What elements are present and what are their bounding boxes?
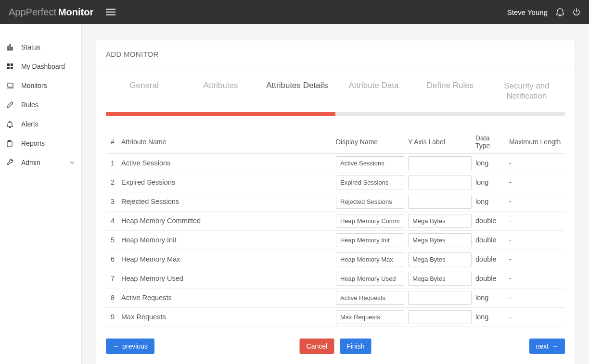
tab-attribute-data[interactable]: Attribute Data xyxy=(335,77,412,112)
y-axis-input[interactable] xyxy=(408,176,472,189)
finish-button[interactable]: Finish xyxy=(340,339,371,354)
grid-icon xyxy=(7,63,17,70)
th-y-axis: Y Axis Label xyxy=(406,130,474,154)
display-name-input[interactable] xyxy=(336,291,404,305)
cell-num: 6 xyxy=(106,250,119,269)
table-row: 8Active Requestslong- xyxy=(106,288,565,307)
th-num: # xyxy=(106,130,119,154)
table-row: 6Heap Memory Maxdouble- xyxy=(106,250,565,269)
power-icon[interactable] xyxy=(573,8,580,16)
previous-button[interactable]: ← previous xyxy=(106,339,154,354)
sidebar: StatusMy DashboardMonitorsRulesAlertsRep… xyxy=(0,24,82,364)
cell-data-type: long xyxy=(474,288,507,307)
svg-rect-1 xyxy=(11,63,13,66)
cell-attr-name: Max Requests xyxy=(119,307,334,326)
y-axis-input[interactable] xyxy=(408,272,472,286)
laptop-icon xyxy=(7,83,17,88)
bell-icon xyxy=(7,121,17,128)
cell-num: 4 xyxy=(106,211,119,230)
sidebar-item-monitors[interactable]: Monitors xyxy=(0,76,81,95)
sidebar-item-label: Monitors xyxy=(21,82,75,89)
cell-attr-name: Active Sessions xyxy=(119,153,334,173)
cell-attr-name: Heap Memory Max xyxy=(119,250,334,269)
sidebar-item-label: Alerts xyxy=(21,120,75,128)
chevron-down-icon xyxy=(70,161,75,164)
cell-data-type: double xyxy=(474,230,507,250)
cell-attr-name: Rejected Sessions xyxy=(119,192,334,211)
cell-max-len: - xyxy=(507,250,565,269)
y-axis-input[interactable] xyxy=(408,310,472,324)
cancel-label: Cancel xyxy=(307,342,328,350)
display-name-input[interactable] xyxy=(336,214,404,228)
y-axis-input[interactable] xyxy=(408,195,472,209)
cell-max-len: - xyxy=(507,307,565,326)
card-title: ADD MONITOR xyxy=(96,40,575,67)
display-name-input[interactable] xyxy=(336,156,404,170)
y-axis-input[interactable] xyxy=(408,156,472,170)
display-name-input[interactable] xyxy=(336,272,404,286)
clipboard-icon xyxy=(7,140,17,147)
cell-num: 8 xyxy=(106,288,119,307)
display-name-input[interactable] xyxy=(336,233,404,247)
card-footer: ← previous Cancel Finish next → xyxy=(96,339,575,364)
sidebar-item-label: Admin xyxy=(21,159,70,166)
svg-rect-4 xyxy=(8,83,13,87)
display-name-input[interactable] xyxy=(336,176,404,189)
app-header: AppPerfect Monitor Steve Young xyxy=(0,0,589,24)
th-display-name: Display Name xyxy=(334,130,406,154)
y-axis-input[interactable] xyxy=(408,252,472,266)
add-monitor-card: ADD MONITOR GeneralAttributesAttributes … xyxy=(96,40,575,364)
sidebar-item-status[interactable]: Status xyxy=(0,38,81,57)
sidebar-item-rules[interactable]: Rules xyxy=(0,95,81,114)
display-name-input[interactable] xyxy=(336,252,404,266)
table-row: 7Heap Memory Useddouble- xyxy=(106,269,565,288)
sidebar-item-label: Status xyxy=(21,43,75,51)
cell-attr-name: Active Requests xyxy=(119,288,334,307)
tab-general[interactable]: General xyxy=(106,77,182,112)
y-axis-input[interactable] xyxy=(408,233,472,247)
cell-num: 3 xyxy=(106,192,119,211)
arrow-right-icon: → xyxy=(551,342,558,350)
cancel-button[interactable]: Cancel xyxy=(300,339,334,354)
table-row: 5Heap Memory Initdouble- xyxy=(106,230,565,250)
sidebar-item-alerts[interactable]: Alerts xyxy=(0,114,81,134)
display-name-input[interactable] xyxy=(336,310,404,324)
th-max-len: Maximum Length xyxy=(507,130,565,154)
hamburger-icon[interactable] xyxy=(106,9,115,15)
cell-attr-name: Heap Memory Init xyxy=(119,230,334,250)
cell-attr-name: Expired Sessions xyxy=(119,173,334,192)
display-name-input[interactable] xyxy=(336,195,404,209)
tab-define-rules[interactable]: Define Rules xyxy=(412,77,488,112)
table-row: 4Heap Memory Committeddouble- xyxy=(106,211,565,230)
brand-light: AppPerfect xyxy=(9,7,56,18)
user-name[interactable]: Steve Young xyxy=(507,8,548,16)
sidebar-item-admin[interactable]: Admin xyxy=(0,153,81,172)
table-row: 2Expired Sessionslong- xyxy=(106,173,565,192)
bell-icon[interactable] xyxy=(556,8,564,16)
tab-attributes[interactable]: Attributes xyxy=(182,77,259,112)
wrench-icon xyxy=(7,159,17,166)
table-row: 9Max Requestslong- xyxy=(106,307,565,326)
finish-label: Finish xyxy=(346,342,364,350)
cell-attr-name: Heap Memory Committed xyxy=(119,211,334,230)
tab-attributes-details[interactable]: Attributes Details xyxy=(259,77,335,112)
cell-num: 1 xyxy=(106,153,119,173)
next-button[interactable]: next → xyxy=(529,339,565,354)
arrow-left-icon: ← xyxy=(113,342,119,350)
tab-security-and-notification[interactable]: Security and Notification xyxy=(488,77,565,112)
next-label: next xyxy=(536,342,549,350)
table-row: 1Active Sessionslong- xyxy=(106,153,565,173)
cell-num: 7 xyxy=(106,269,119,288)
sidebar-item-label: Reports xyxy=(21,139,75,147)
brand: AppPerfect Monitor xyxy=(9,7,93,18)
svg-rect-2 xyxy=(7,67,10,69)
main-content: ADD MONITOR GeneralAttributesAttributes … xyxy=(82,24,589,364)
y-axis-input[interactable] xyxy=(408,291,472,305)
cell-data-type: double xyxy=(474,269,507,288)
cell-num: 5 xyxy=(106,230,119,250)
sidebar-item-reports[interactable]: Reports xyxy=(0,134,81,153)
sidebar-item-my-dashboard[interactable]: My Dashboard xyxy=(0,57,81,76)
cell-data-type: double xyxy=(474,250,507,269)
y-axis-input[interactable] xyxy=(408,214,472,228)
cell-data-type: double xyxy=(474,211,507,230)
